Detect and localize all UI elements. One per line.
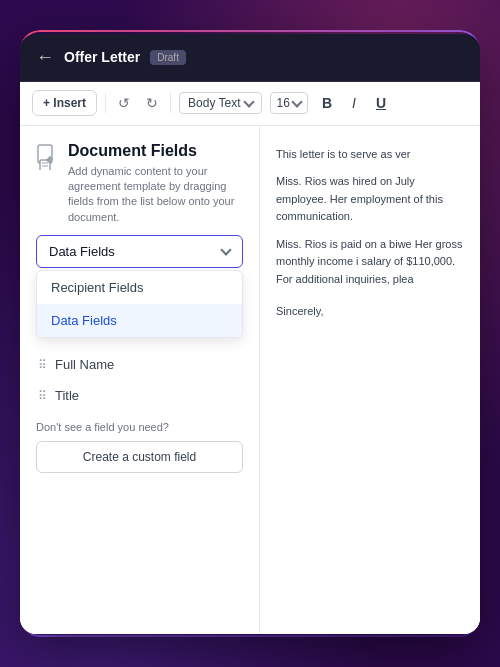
back-button[interactable]: ← bbox=[36, 47, 54, 68]
top-bar: ← Offer Letter Draft bbox=[20, 34, 480, 82]
panel-text: Document Fields Add dynamic content to y… bbox=[68, 142, 243, 226]
document-content: This letter is to serve as ver Miss. Rio… bbox=[276, 146, 464, 321]
create-custom-field-button[interactable]: Create a custom field bbox=[36, 441, 243, 473]
panel-header: Document Fields Add dynamic content to y… bbox=[36, 142, 243, 226]
field-list: ⠿ Email ⠿ Full Name ⠿ Title Don't see a … bbox=[36, 318, 243, 473]
document-title: Offer Letter bbox=[64, 49, 140, 65]
dropdown-menu: Recipient Fields Data Fields bbox=[36, 270, 243, 338]
font-style-selector[interactable]: Body Text bbox=[179, 92, 261, 114]
drag-handle-icon: ⠿ bbox=[38, 358, 47, 372]
main-content: Document Fields Add dynamic content to y… bbox=[20, 126, 480, 634]
dropdown-item-data[interactable]: Data Fields bbox=[37, 304, 242, 337]
toolbar: + Insert ↺ ↻ Body Text 16 B I U bbox=[20, 82, 480, 126]
insert-button[interactable]: + Insert bbox=[32, 90, 97, 116]
chevron-down-icon bbox=[291, 96, 302, 107]
doc-paragraph-4: Sincerely, bbox=[276, 303, 464, 321]
panel-subtitle: Add dynamic content to your agreement te… bbox=[68, 164, 243, 226]
panel-title: Document Fields bbox=[68, 142, 243, 160]
dropdown-item-recipient[interactable]: Recipient Fields bbox=[37, 271, 242, 304]
dropdown-chevron-icon bbox=[220, 244, 231, 255]
bold-button[interactable]: B bbox=[316, 91, 338, 115]
dropdown-trigger[interactable]: Data Fields bbox=[36, 235, 243, 268]
toolbar-divider-2 bbox=[170, 93, 171, 113]
doc-paragraph-2: Miss. Rios was hired on July employee. H… bbox=[276, 173, 464, 226]
draft-badge: Draft bbox=[150, 50, 186, 65]
redo-button[interactable]: ↻ bbox=[142, 91, 162, 115]
dropdown-container[interactable]: Data Fields Recipient Fields Data Fields bbox=[36, 235, 243, 268]
field-item-fullname[interactable]: ⠿ Full Name bbox=[36, 349, 243, 380]
doc-paragraph-1: This letter is to serve as ver bbox=[276, 146, 464, 164]
chevron-down-icon bbox=[243, 96, 254, 107]
drag-handle-icon: ⠿ bbox=[38, 389, 47, 403]
app-window: ← Offer Letter Draft + Insert ↺ ↻ Body T… bbox=[20, 34, 480, 634]
italic-button[interactable]: I bbox=[346, 91, 362, 115]
doc-paragraph-3: Miss. Rios is paid on a biwe Her gross m… bbox=[276, 236, 464, 289]
underline-button[interactable]: U bbox=[370, 91, 392, 115]
right-panel[interactable]: This letter is to serve as ver Miss. Rio… bbox=[260, 126, 480, 634]
field-item-title[interactable]: ⠿ Title bbox=[36, 380, 243, 411]
font-size-selector[interactable]: 16 bbox=[270, 92, 308, 114]
undo-button[interactable]: ↺ bbox=[114, 91, 134, 115]
custom-field-hint: Don't see a field you need? bbox=[36, 421, 243, 433]
document-fields-icon bbox=[36, 144, 58, 175]
toolbar-divider-1 bbox=[105, 93, 106, 113]
left-panel: Document Fields Add dynamic content to y… bbox=[20, 126, 260, 634]
